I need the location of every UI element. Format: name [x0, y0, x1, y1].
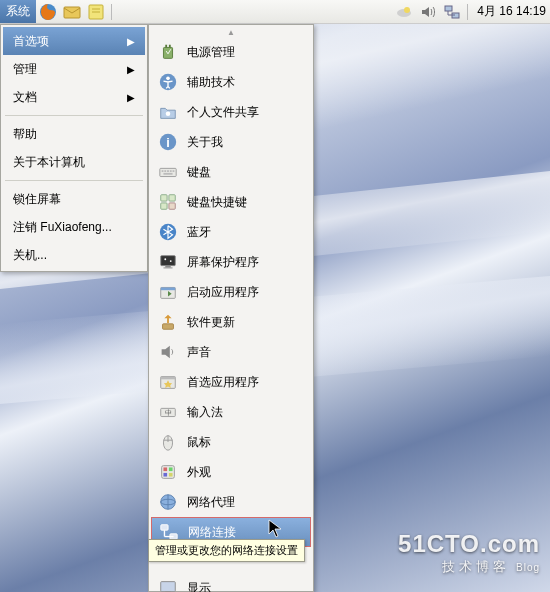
menu-item-documentation[interactable]: 文档 ▶ [3, 83, 145, 111]
svg-rect-22 [167, 170, 169, 172]
menu-item-filesharing[interactable]: 个人文件共享 [151, 97, 311, 127]
about-icon: i [157, 131, 179, 153]
svg-rect-49 [169, 467, 173, 471]
svg-point-6 [404, 7, 410, 13]
menu-item-input-method[interactable]: 中 输入法 [151, 397, 311, 427]
svg-rect-50 [163, 473, 167, 477]
volume-icon[interactable] [418, 2, 438, 22]
menu-label: 软件更新 [187, 314, 235, 331]
menu-item-startup[interactable]: 启动应用程序 [151, 277, 311, 307]
proxy-icon [157, 491, 179, 513]
system-menu: 首选项 ▶ 管理 ▶ 文档 ▶ 帮助 关于本计算机 锁住屏幕 注销 FuXiao… [0, 24, 148, 272]
menu-item-appearance[interactable]: 外观 [151, 457, 311, 487]
menu-label: 外观 [187, 464, 211, 481]
menu-label: 首选应用程序 [187, 374, 259, 391]
notes-icon[interactable] [86, 2, 106, 22]
menu-item-sound[interactable]: 声音 [151, 337, 311, 367]
menu-item-shortcuts[interactable]: 键盘快捷键 [151, 187, 311, 217]
menu-label: 电源管理 [187, 44, 235, 61]
svg-point-35 [170, 260, 172, 262]
menu-label: 启动应用程序 [187, 284, 259, 301]
weather-icon[interactable] [394, 2, 414, 22]
menu-label: 注销 FuXiaofeng... [13, 219, 112, 236]
menu-item-power[interactable]: 电源管理 [151, 37, 311, 67]
svg-rect-41 [161, 377, 176, 380]
menu-label: 键盘 [187, 164, 211, 181]
menu-label: 网络连接 [188, 524, 236, 541]
menu-label: 鼠标 [187, 434, 211, 451]
svg-point-34 [164, 258, 166, 260]
menu-item-assistive[interactable]: 辅助技术 [151, 67, 311, 97]
svg-rect-29 [169, 203, 175, 209]
svg-rect-24 [173, 170, 175, 172]
menu-item-mouse[interactable]: 鼠标 [151, 427, 311, 457]
menu-label: 键盘快捷键 [187, 194, 247, 211]
svg-rect-33 [163, 267, 172, 268]
assistive-icon [157, 71, 179, 93]
menu-label: 管理 [13, 61, 37, 78]
svg-rect-27 [169, 195, 175, 201]
svg-rect-26 [161, 195, 167, 201]
svg-rect-28 [161, 203, 167, 209]
menu-item-lock[interactable]: 锁住屏幕 [3, 185, 145, 213]
menu-item-aboutme[interactable]: i 关于我 [151, 127, 311, 157]
display-icon [157, 577, 179, 592]
menu-label: 锁住屏幕 [13, 191, 61, 208]
menu-item-updates[interactable]: 软件更新 [151, 307, 311, 337]
menu-label: 关机... [13, 247, 47, 264]
startup-icon [157, 281, 179, 303]
menu-label: 首选项 [13, 33, 49, 50]
menu-label: 关于我 [187, 134, 223, 151]
system-menu-button[interactable]: 系统 [0, 0, 36, 23]
network-tray-icon[interactable] [442, 2, 462, 22]
menu-item-preferences[interactable]: 首选项 ▶ [3, 27, 145, 55]
menu-item-screensaver[interactable]: 屏幕保护程序 [151, 247, 311, 277]
tooltip: 管理或更改您的网络连接设置 [148, 539, 305, 562]
menu-item-keyboard[interactable]: 键盘 [151, 157, 311, 187]
menu-item-logout[interactable]: 注销 FuXiaofeng... [3, 213, 145, 241]
menu-label: 帮助 [13, 126, 37, 143]
panel-clock[interactable]: 4月 16 14:19 [477, 3, 546, 20]
svg-rect-55 [161, 525, 168, 530]
input-method-icon: 中 [157, 401, 179, 423]
menu-item-preferred-apps[interactable]: 首选应用程序 [151, 367, 311, 397]
svg-rect-11 [163, 47, 172, 58]
menu-item-administration[interactable]: 管理 ▶ [3, 55, 145, 83]
power-icon [157, 41, 179, 63]
menu-label: 辅助技术 [187, 74, 235, 91]
svg-rect-51 [169, 473, 173, 477]
menu-label: 显示 [187, 580, 211, 593]
svg-rect-13 [169, 45, 171, 48]
svg-text:中: 中 [165, 408, 172, 417]
sound-icon [157, 341, 179, 363]
svg-rect-32 [165, 266, 170, 268]
watermark-tagline: 技术博客 [442, 559, 510, 574]
svg-rect-48 [163, 467, 167, 471]
menu-item-bluetooth[interactable]: 蓝牙 [151, 217, 311, 247]
preferences-submenu: ▲ 电源管理 辅助技术 个人文件共享 i 关于我 键盘 键盘快捷键 蓝牙 屏幕保… [148, 24, 314, 592]
svg-point-16 [166, 112, 171, 117]
menu-item-proxy[interactable]: 网络代理 [151, 487, 311, 517]
svg-rect-25 [163, 173, 172, 175]
menu-item-help[interactable]: 帮助 [3, 120, 145, 148]
mouse-icon [157, 431, 179, 453]
menu-scroll-up[interactable]: ▲ [151, 27, 311, 37]
shortcuts-icon [157, 191, 179, 213]
svg-text:i: i [166, 135, 170, 150]
submenu-arrow-icon: ▶ [127, 64, 135, 75]
watermark: 51CTO.com 技术博客Blog [398, 530, 540, 576]
preferred-apps-icon [157, 371, 179, 393]
svg-rect-59 [161, 582, 176, 592]
menu-label: 关于本计算机 [13, 154, 85, 171]
menu-separator [5, 180, 143, 181]
menu-label: 输入法 [187, 404, 223, 421]
firefox-icon[interactable] [38, 2, 58, 22]
menu-item-display[interactable]: 显示 [151, 573, 311, 592]
menu-label: 屏幕保护程序 [187, 254, 259, 271]
menu-item-about[interactable]: 关于本计算机 [3, 148, 145, 176]
menu-separator [5, 115, 143, 116]
screensaver-icon [157, 251, 179, 273]
svg-rect-7 [445, 6, 452, 11]
menu-item-shutdown[interactable]: 关机... [3, 241, 145, 269]
mail-icon[interactable] [62, 2, 82, 22]
